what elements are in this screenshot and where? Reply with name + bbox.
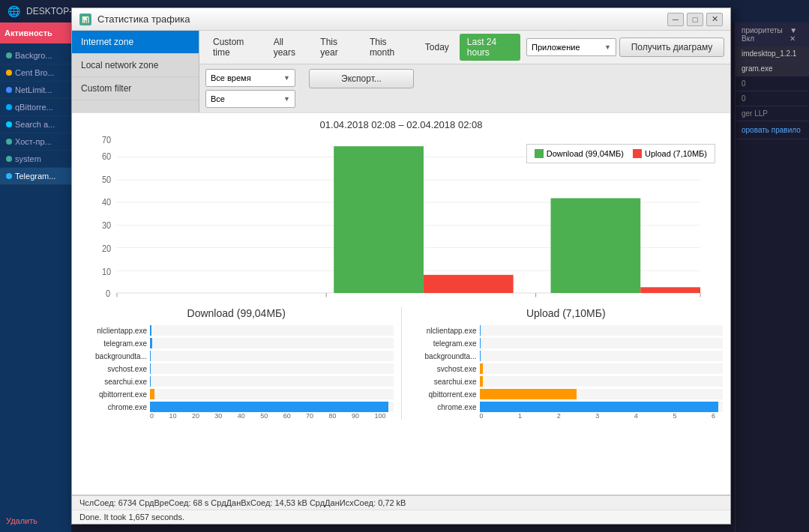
sidebar-item-search[interactable]: Search a... [0, 116, 71, 133]
table-row: searchui.exe [409, 376, 724, 387]
sidebar-item-system[interactable]: system [0, 151, 71, 168]
bar-fill [480, 338, 481, 348]
zone-tab-internet[interactable]: Internet zone [72, 31, 199, 54]
bar-track [150, 351, 394, 361]
download-chart: Download (99,04МБ) nlclientapp.exe teleg… [79, 307, 394, 420]
sidebar-item-label: system [15, 154, 41, 163]
traffic-stats-dialog: 📊 Статистика трафика ─ □ ✕ Internet zone… [71, 7, 731, 525]
sidebar-item-cent[interactable]: Cent Bro... [0, 64, 71, 82]
time-tab-all-years[interactable]: All years [266, 34, 310, 61]
chart-divider [401, 307, 402, 420]
maximize-button[interactable]: □ [687, 13, 703, 26]
svg-text:50: 50 [102, 175, 111, 184]
table-row: backgroundta... [79, 351, 394, 361]
dialog-title: Статистика трафика [97, 13, 667, 25]
app-label: searchui.exe [79, 378, 147, 386]
app-label: searchui.exe [409, 378, 477, 386]
sidebar-item-label: Backgro... [15, 51, 52, 60]
upload-h-axis: 0 1 2 3 4 5 6 [409, 412, 724, 420]
bg-delete-btn[interactable]: Удалить [0, 510, 71, 532]
sidebar-item-telegram[interactable]: Telegram... [0, 168, 71, 185]
controls-row: Все время ▼ Все ▼ Экспорт... [199, 64, 730, 112]
upload-bar-chart: nlclientapp.exe telegram.exe [409, 325, 724, 412]
legend-upload-color [633, 149, 642, 158]
time-tab-last24[interactable]: Last 24 hours [460, 34, 520, 61]
sidebar-item-label: NetLimit... [15, 85, 52, 94]
bar-track [480, 376, 724, 387]
table-row: nlclientapp.exe [79, 325, 394, 336]
app-label: nlclientapp.exe [79, 327, 147, 335]
download-chart-title: Download (99,04МБ) [79, 307, 394, 319]
sidebar-item-label: Cent Bro... [15, 68, 55, 77]
bar-fill [150, 338, 152, 348]
status-done-text: Done. It took 1,657 seconds. [79, 513, 184, 522]
bar-track [150, 363, 394, 374]
stats-text: ЧслСоед: 6734 СрдВреСоед: 68 s СрдДанВхС… [79, 498, 406, 507]
app-dropdown[interactable]: Приложение ▼ [526, 38, 616, 56]
dropdown-arrow-icon: ▼ [283, 95, 290, 103]
app-label: svchost.exe [409, 365, 477, 373]
table-row: qbittorrent.exe [409, 389, 724, 399]
bar-fill [150, 389, 154, 399]
bar-track [480, 389, 724, 399]
bar-track [480, 325, 724, 336]
time-tab-custom[interactable]: Custom time [205, 34, 263, 61]
bar-fill [480, 389, 577, 399]
sidebar-item-qbittorrent[interactable]: qBittorre... [0, 99, 71, 116]
dialog-titlebar: 📊 Статистика трафика ─ □ ✕ [72, 8, 730, 31]
close-button[interactable]: ✕ [706, 13, 723, 26]
dialog-icon: 📊 [79, 13, 91, 25]
sidebar-item-label: Хост-пр... [15, 137, 52, 146]
filter-dropdown[interactable]: Все ▼ [205, 90, 295, 108]
dot-icon [6, 121, 12, 127]
table-row: svchost.exe [79, 363, 394, 374]
legend-upload-label: Upload (7,10МБ) [645, 149, 707, 158]
svg-text:01:00: 01:00 [511, 300, 531, 301]
sidebar-item-background[interactable]: Backgro... [0, 47, 71, 64]
svg-text:0: 0 [106, 289, 110, 299]
svg-text:60: 60 [102, 151, 111, 161]
app-label: chrome.exe [409, 403, 477, 411]
get-chart-button[interactable]: Получить диаграму [619, 37, 724, 57]
chart-area: 01.04.2018 02:08 – 02.04.2018 02:08 Down… [72, 112, 730, 495]
bg-sidebar-header: Активность [0, 22, 71, 43]
time-tab-this-year[interactable]: This year [313, 34, 359, 61]
dot-icon [6, 156, 12, 162]
export-button[interactable]: Экспорт... [309, 69, 414, 88]
time-tab-today[interactable]: Today [418, 39, 457, 55]
time-period-dropdown[interactable]: Все время ▼ [205, 69, 295, 87]
sidebar-item-label: Search a... [15, 120, 55, 129]
zone-tab-local[interactable]: Local network zone [72, 54, 199, 77]
app-label: telegram.exe [409, 339, 477, 348]
svg-text:70: 70 [102, 136, 111, 145]
sidebar-item-host[interactable]: Хост-пр... [0, 133, 71, 151]
zone-tab-custom[interactable]: Custom filter [72, 77, 199, 100]
time-tabs: Custom time All years This year This mon… [199, 31, 730, 112]
dot-icon [6, 173, 12, 179]
app-label: qbittorrent.exe [79, 390, 147, 399]
bar-track [150, 338, 394, 348]
dropdown-arrow-icon: ▼ [604, 43, 611, 51]
download-bar-2 [551, 199, 641, 294]
minimize-button[interactable]: ─ [667, 13, 684, 26]
bar-track [150, 325, 394, 336]
bar-fill [480, 402, 718, 412]
upload-bar-2 [640, 287, 700, 293]
dot-icon [6, 87, 12, 93]
status-done-bar: Done. It took 1,657 seconds. [72, 510, 730, 524]
bar-fill [150, 325, 151, 336]
dot-icon [6, 139, 12, 145]
legend-upload: Upload (7,10МБ) [633, 149, 707, 158]
stats-status-bar: ЧслСоед: 6734 СрдВреСоед: 68 s СрдДанВхС… [72, 495, 730, 510]
bar-fill [150, 402, 388, 412]
sidebar-item-netlimit[interactable]: NetLimit... [0, 82, 71, 99]
time-tab-this-month[interactable]: This month [362, 34, 415, 61]
svg-text:30: 30 [102, 221, 111, 231]
bar-fill [480, 376, 484, 387]
table-row: backgroundta... [409, 351, 724, 361]
app-label: chrome.exe [79, 403, 147, 411]
sidebar-item-label: Telegram... [15, 172, 55, 181]
legend-download: Download (99,04МБ) [535, 149, 624, 158]
upload-bar-1 [424, 275, 514, 293]
nav-area: Internet zone Local network zone Custom … [72, 31, 730, 112]
